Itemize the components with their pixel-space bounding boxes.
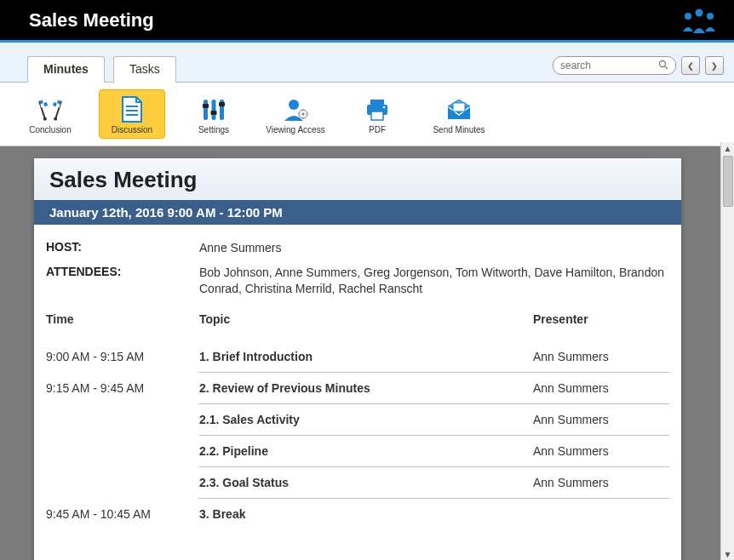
agenda-divider xyxy=(46,403,669,404)
col-topic-header: Topic xyxy=(199,312,533,326)
vertical-scrollbar[interactable]: ▲ ▼ xyxy=(720,142,734,560)
svg-rect-25 xyxy=(219,102,225,106)
agenda-presenter xyxy=(533,507,669,521)
agenda-time xyxy=(46,476,199,489)
document-icon xyxy=(120,96,144,123)
tool-send-minutes[interactable]: Send Minutes xyxy=(426,89,492,139)
tool-label: PDF xyxy=(369,125,386,134)
svg-point-36 xyxy=(383,106,386,108)
scroll-down-arrow-icon[interactable]: ▼ xyxy=(722,548,734,560)
agenda-row: 2.2. PipelineAnn Summers xyxy=(46,436,669,466)
agenda-row: 9:45 AM - 10:45 AM3. Break xyxy=(46,499,669,529)
agenda-topic: 2.1. Sales Activity xyxy=(199,413,533,426)
agenda-divider xyxy=(46,466,669,467)
flags-icon xyxy=(33,96,67,123)
agenda-topic: 2. Review of Previous Minutes xyxy=(199,381,533,395)
svg-rect-23 xyxy=(203,104,209,108)
agenda-time: 9:15 AM - 9:45 AM xyxy=(46,381,199,395)
scroll-thumb[interactable] xyxy=(723,156,733,207)
agenda-row: 2.3. Goal StatusAnn Summers xyxy=(46,467,669,498)
tool-label: Conclusion xyxy=(29,125,71,134)
agenda-row: 9:00 AM - 9:15 AM1. Brief IntroductionAn… xyxy=(46,341,669,372)
app-title: Sales Meeting xyxy=(29,9,154,31)
svg-rect-35 xyxy=(371,111,383,120)
agenda-topic: 3. Break xyxy=(199,507,533,521)
tool-label: Viewing Access xyxy=(266,125,324,134)
minutes-document: Sales Meeting January 12th, 2016 9:00 AM… xyxy=(34,158,681,560)
toolbar: Conclusion Discussion Settings xyxy=(0,83,734,146)
tool-discussion[interactable]: Discussion xyxy=(99,89,165,139)
nav-prev-button[interactable]: ❮ xyxy=(681,56,700,75)
host-label: HOST: xyxy=(46,240,199,256)
envelope-icon xyxy=(444,96,474,123)
agenda-time xyxy=(46,444,199,458)
svg-rect-24 xyxy=(211,111,217,115)
tab-minutes[interactable]: Minutes xyxy=(27,56,105,83)
svg-rect-20 xyxy=(204,100,208,120)
doc-datetime-bar: January 12th, 2016 9:00 AM - 12:00 PM xyxy=(34,200,681,225)
host-value: Anne Summers xyxy=(199,240,669,256)
tab-tasks[interactable]: Tasks xyxy=(113,56,176,83)
attendees-row: ATTENDEES: Bob Johnson, Anne Summers, Gr… xyxy=(46,265,669,297)
agenda-divider xyxy=(46,435,669,436)
subheader-bar: Minutes Tasks ❮ ❯ xyxy=(0,43,734,83)
app-logo-icon xyxy=(678,6,720,35)
agenda-row: 9:15 AM - 9:45 AM2. Review of Previous M… xyxy=(46,373,669,403)
agenda-topic: 1. Brief Introduction xyxy=(199,350,533,363)
agenda-presenter: Ann Summers xyxy=(533,350,669,363)
svg-point-2 xyxy=(707,13,714,20)
agenda-time: 9:00 AM - 9:15 AM xyxy=(46,350,199,363)
document-viewport: Sales Meeting January 12th, 2016 9:00 AM… xyxy=(0,146,734,560)
search-box[interactable] xyxy=(553,56,676,75)
svg-point-3 xyxy=(660,61,666,67)
chevron-left-icon: ❮ xyxy=(687,60,694,72)
tool-viewing-access[interactable]: Viewing Access xyxy=(262,89,329,139)
agenda-body: 9:00 AM - 9:15 AM1. Brief IntroductionAn… xyxy=(46,341,669,529)
col-presenter-header: Presenter xyxy=(533,312,669,326)
nav-next-button[interactable]: ❯ xyxy=(705,56,724,75)
agenda-divider xyxy=(46,498,669,499)
tool-label: Discussion xyxy=(112,125,152,134)
tool-conclusion[interactable]: Conclusion xyxy=(17,89,83,139)
attendees-label: ATTENDEES: xyxy=(46,265,199,297)
tool-pdf[interactable]: PDF xyxy=(344,89,410,139)
agenda-topic: 2.2. Pipeline xyxy=(199,444,533,458)
agenda-time xyxy=(46,413,199,426)
chevron-right-icon: ❯ xyxy=(711,60,718,72)
tool-label: Send Minutes xyxy=(433,125,485,134)
svg-point-0 xyxy=(685,13,691,20)
agenda-header-row: Time Topic Presenter xyxy=(46,312,669,326)
agenda-topic: 2.3. Goal Status xyxy=(199,476,533,489)
tool-settings[interactable]: Settings xyxy=(181,89,247,139)
agenda-presenter: Ann Summers xyxy=(533,381,669,395)
agenda-row: 2.1. Sales ActivityAnn Summers xyxy=(46,404,669,435)
main-tabs: Minutes Tasks xyxy=(27,55,176,82)
svg-point-10 xyxy=(43,117,47,121)
tool-label: Settings xyxy=(198,125,229,134)
svg-point-26 xyxy=(289,100,299,110)
agenda-presenter: Ann Summers xyxy=(533,413,669,426)
agenda-presenter: Ann Summers xyxy=(533,444,669,458)
attendees-value: Bob Johnson, Anne Summers, Greg Jorgenso… xyxy=(199,265,669,297)
svg-rect-33 xyxy=(370,100,384,105)
subheader-right: ❮ ❯ xyxy=(553,56,724,75)
printer-icon xyxy=(363,96,392,123)
agenda-presenter: Ann Summers xyxy=(533,476,669,489)
svg-point-28 xyxy=(302,112,305,115)
svg-point-16 xyxy=(54,117,58,121)
search-input[interactable] xyxy=(560,60,658,71)
agenda-divider xyxy=(46,372,669,373)
app-header: Sales Meeting xyxy=(0,0,734,43)
user-gear-icon xyxy=(281,96,310,123)
scroll-up-arrow-icon[interactable]: ▲ xyxy=(722,142,734,154)
doc-body: HOST: Anne Summers ATTENDEES: Bob Johnso… xyxy=(34,225,681,538)
doc-header: Sales Meeting xyxy=(34,158,681,200)
col-time-header: Time xyxy=(46,312,199,326)
host-row: HOST: Anne Summers xyxy=(46,240,669,256)
sliders-icon xyxy=(199,96,228,123)
svg-line-4 xyxy=(665,66,668,69)
agenda-time: 9:45 AM - 10:45 AM xyxy=(46,507,199,521)
svg-point-1 xyxy=(696,9,703,16)
search-icon xyxy=(658,58,668,73)
svg-rect-38 xyxy=(453,103,465,111)
